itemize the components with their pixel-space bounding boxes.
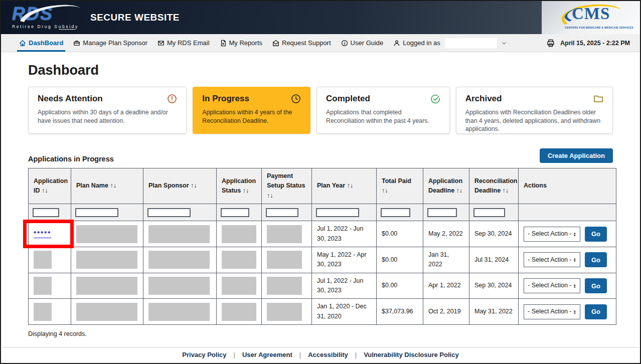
plan-year-cell: Jul 1, 2022 - Jun 30, 2023 [312,221,377,247]
card-completed[interactable]: Completed Applications that completed Re… [316,87,450,134]
filter-reconciliation-deadline-input[interactable] [473,208,505,217]
sort-icon[interactable]: ↑↓ [382,187,388,194]
secure-website-label: SECURE WEBSITE [90,12,180,23]
sort-icon[interactable]: ↑↓ [503,187,509,194]
cms-caption: CENTERS FOR MEDICARE & MEDICAID SERVICES [565,26,628,29]
table-row: Jul 1, 2022 - Jun 30, 2023 $0.00 Apr 1, … [29,273,616,299]
card-title: Archived [465,94,502,104]
footer-link-privacy-policy[interactable]: Privacy Policy [182,351,226,358]
card-description: Applications within 4 years of the Recon… [202,108,301,125]
nav-item-manage-plan-sponsor[interactable]: Manage Plan Sponsor [68,34,152,52]
alert-icon [167,94,177,104]
select-arrows-icon: ▲▼ [573,232,576,237]
go-button[interactable]: Go [585,278,607,293]
sort-icon[interactable]: ↑↓ [456,187,463,194]
table-row: May 1, 2022 - Apr 30, 2023 $0.00 Jan 31,… [29,247,616,273]
col-reconciliation-deadline[interactable]: Reconciliation Deadline ↑↓ [469,168,519,204]
filter-plan-sponsor-input[interactable] [147,208,191,217]
cms-logo-panel: CMS CENTERS FOR MEDICARE & MEDICAID SERV… [542,1,640,34]
rds-swoosh-icon [16,0,86,30]
nav-item-my-rds-email[interactable]: My RDS Email [152,34,215,52]
filter-total-paid-input[interactable] [381,208,410,217]
redacted-application-id [34,251,52,269]
col-actions: Actions [519,168,616,204]
col-plan-year[interactable]: Plan Year ↑↓ [312,168,377,204]
card-title: Needs Attention [38,94,103,104]
col-application-status[interactable]: Application Status ↑↓ [217,168,262,204]
action-select-label: - Select Action - [528,229,572,239]
nav-item-request-support[interactable]: Request Support [267,34,336,52]
sort-icon[interactable]: ↑↓ [267,192,273,199]
page-footer: Privacy Policy | User Agreement | Access… [2,347,639,362]
col-application-deadline[interactable]: Application Deadline ↑↓ [423,168,469,204]
total-paid-cell: $0.00 [377,247,423,273]
sort-icon[interactable]: ↑↓ [347,182,354,189]
col-total-paid[interactable]: Total Paid ↑↓ [377,168,423,204]
applications-header: Applications in Progress Create Applicat… [28,148,613,163]
nav-label: My RDS Email [167,39,210,47]
card-description: Applications with Reconciliation Deadlin… [465,108,603,133]
total-paid-cell: $0.00 [377,273,423,299]
application-deadline-cell: May 2, 2022 [423,221,469,247]
sort-icon[interactable]: ↑↓ [243,187,249,194]
cms-logo: CMS CENTERS FOR MEDICARE & MEDICAID SERV… [558,5,624,31]
nav-right-section: April 15, 2025 - 2:22 PM [546,34,630,52]
nav-label: User Guide [351,39,384,47]
action-select-label: - Select Action - [528,255,572,265]
home-icon [19,40,26,47]
redacted-application-status [222,277,256,295]
filter-plan-name-input[interactable] [75,208,118,217]
report-icon [220,40,227,47]
nav-label: Manage Plan Sponsor [83,39,147,47]
card-in-progress[interactable]: In Progress Applications within 4 years … [193,87,310,134]
redacted-application-id [34,277,52,295]
create-application-button[interactable]: Create Application [540,148,613,163]
action-select[interactable]: - Select Action - ▲▼ [524,252,580,267]
application-id-link[interactable]: ***** [34,230,51,237]
nav-item-dashboard[interactable]: DashBoard [14,34,68,52]
nav-label: Request Support [282,39,331,47]
application-deadline-cell: Apr 1, 2022 [423,273,469,299]
action-select-label: - Select Action - [528,281,572,290]
card-needs-attention[interactable]: Needs Attention Applications within 30 d… [28,87,187,134]
filter-plan-year-input[interactable] [316,208,359,217]
footer-link-user-agreement[interactable]: User Agreement [242,351,292,358]
printer-icon[interactable] [546,39,555,48]
action-select[interactable]: - Select Action - ▲▼ [524,304,580,319]
col-plan-name[interactable]: Plan Name ↑↓ [71,168,143,204]
sort-icon[interactable]: ↑↓ [191,182,197,189]
go-button[interactable]: Go [585,227,607,242]
col-payment-setup-status[interactable]: Payment Setup Status ↑↓ [262,168,312,204]
filter-application-deadline-input[interactable] [427,208,457,217]
logged-in-user-select[interactable] [445,38,497,48]
table-header-row: Application ID ↑↓ Plan Name ↑↓ Plan Spon… [29,168,616,204]
application-deadline-cell: Jan 31, 2022 [423,247,469,273]
nav-item-my-reports[interactable]: My Reports [215,34,267,52]
footer-separator: | [299,351,301,358]
chevron-down-icon[interactable] [502,41,507,46]
go-button[interactable]: Go [585,304,607,319]
col-plan-sponsor[interactable]: Plan Sponsor ↑↓ [143,168,217,204]
reconciliation-deadline-cell: May 31, 2022 [469,299,519,325]
filter-application-status-input[interactable] [221,208,249,217]
card-title: In Progress [202,94,249,104]
col-application-id[interactable]: Application ID ↑↓ [29,168,71,204]
person-icon [393,40,400,47]
total-paid-cell: $37,073.96 [377,299,423,325]
filter-application-id-input[interactable] [33,208,59,217]
card-archived[interactable]: Archived Applications with Reconciliatio… [456,87,613,134]
folder-icon [593,94,603,104]
sort-icon[interactable]: ↑↓ [110,182,116,189]
action-select[interactable]: - Select Action - ▲▼ [524,278,580,293]
action-select[interactable]: - Select Action - ▲▼ [524,227,580,242]
sort-icon[interactable]: ↑↓ [42,187,48,194]
filter-payment-setup-status-input[interactable] [266,208,298,217]
redacted-plan-name [76,303,137,321]
redacted-plan-name [76,277,137,295]
nav-item-user-guide[interactable]: User Guide [336,34,389,52]
footer-link-vulnerability-disclosure-policy[interactable]: Vulnerability Disclosure Policy [364,351,459,358]
footer-link-accessibility[interactable]: Accessibility [308,351,348,358]
current-datetime: April 15, 2025 - 2:22 PM [560,40,630,47]
total-paid-cell: $0.00 [377,221,423,247]
go-button[interactable]: Go [585,252,607,267]
